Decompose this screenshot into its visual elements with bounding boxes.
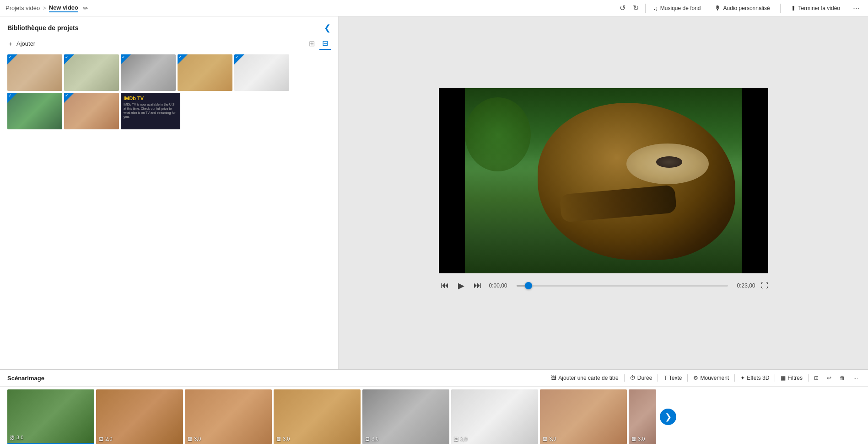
clip[interactable]: 🖼 3,0 [540, 389, 627, 444]
separator [734, 374, 735, 382]
image-icon: 🖼 [365, 436, 370, 442]
text-label: Texte [669, 375, 682, 381]
storyboard-clips: 🖼 3,0 🖼 2,0 🖼 3,0 🖼 3,0 [0, 387, 868, 447]
fast-forward-button[interactable]: ⏭ [472, 279, 484, 292]
music-button[interactable]: ♫ Musique de fond [649, 3, 704, 14]
filters-button[interactable]: ▦ Filtres [778, 373, 805, 383]
check-icon: ✓ [65, 55, 69, 59]
add-title-card-label: Ajouter une carte de titre [558, 375, 618, 381]
clip[interactable]: 🖼 3,0 [362, 389, 449, 444]
clip[interactable]: 🖼 3,0 [7, 389, 94, 444]
3d-effects-button[interactable]: ✦ Effets 3D [738, 373, 772, 383]
image-icon: 🖼 [454, 436, 458, 442]
delete-clip-button[interactable]: 🗑 [837, 373, 848, 383]
clip-more-button[interactable]: ··· [851, 373, 861, 383]
view-toggle: ⊞ ⊟ [306, 37, 331, 50]
duration-label: Durée [637, 375, 652, 381]
breadcrumb-projects[interactable]: Projets vidéo [5, 5, 40, 11]
media-thumbnail[interactable]: ✓ [7, 93, 62, 129]
clip-duration: 3,0 [638, 436, 645, 442]
list-view-button[interactable]: ⊟ [319, 37, 331, 50]
time-total: 0:23,00 [733, 282, 755, 289]
separator [808, 374, 809, 382]
music-label: Musique de fond [660, 5, 701, 11]
left-panel: Bibliothèque de projets ❮ ＋ Ajouter ⊞ ⊟ … [0, 16, 339, 369]
library-header: Bibliothèque de projets ❮ [0, 16, 338, 37]
grid-view-button[interactable]: ⊞ [306, 37, 318, 50]
video-preview-inner [439, 88, 768, 273]
3d-effects-label: Effets 3D [747, 375, 769, 381]
media-thumbnail[interactable]: IMDb TV IMDb TV is now available in the … [121, 93, 180, 129]
check-icon: ✓ [178, 55, 182, 59]
clip-duration: 3,0 [194, 436, 201, 442]
clip-duration: 3,0 [460, 436, 467, 442]
divider-2 [780, 4, 781, 13]
clip[interactable]: 🖼 3,0 [274, 389, 361, 444]
separator [775, 374, 775, 382]
motion-icon: ⚙ [693, 375, 698, 381]
image-icon: 🖼 [10, 435, 15, 440]
edit-title-icon[interactable]: ✏ [83, 5, 88, 12]
media-thumbnail[interactable]: ✓ [234, 54, 289, 91]
audio-button[interactable]: 🎙 Audio personnalisé [711, 3, 774, 14]
crop-icon: ⊡ [814, 375, 819, 381]
clip[interactable]: 🖼 3,0 [185, 389, 272, 444]
separator [687, 374, 688, 382]
add-title-card-button[interactable]: 🖼 Ajouter une carte de titre [548, 373, 621, 383]
image-icon: 🖼 [188, 436, 192, 442]
check-icon: ✓ [8, 93, 12, 98]
clip-duration: 2,0 [105, 436, 112, 442]
media-thumbnail[interactable]: ✓ [178, 54, 232, 91]
add-media-button[interactable]: ＋ Ajouter [7, 40, 35, 48]
audio-label: Audio personnalisé [723, 5, 770, 11]
crop-button[interactable]: ⊡ [811, 373, 821, 383]
duration-button[interactable]: ⏱ Durée [627, 373, 655, 383]
clip-label: 🖼 3,0 [276, 436, 290, 442]
play-button[interactable]: ▶ [456, 279, 466, 293]
seek-bar[interactable] [517, 285, 728, 287]
letterbox-right [742, 88, 768, 273]
image-icon: 🖼 [276, 436, 281, 442]
library-collapse-button[interactable]: ❮ [324, 23, 331, 33]
image-icon: 🖼 [99, 436, 103, 442]
motion-button[interactable]: ⚙ Mouvement [690, 373, 732, 383]
clip-label: 🖼 2,0 [99, 436, 112, 442]
rewind-button[interactable]: ⏮ [439, 279, 451, 292]
fullscreen-button[interactable]: ⛶ [761, 282, 768, 290]
media-thumbnail[interactable]: ✓ [7, 54, 62, 91]
seek-thumb[interactable] [525, 282, 532, 289]
clip-label: 🖼 3,0 [543, 436, 556, 442]
clip-duration: 3,0 [283, 436, 290, 442]
divider-1 [645, 4, 646, 13]
page-title: New video [49, 4, 78, 12]
redo-button[interactable]: ↻ [630, 3, 642, 13]
library-toolbar: ＋ Ajouter ⊞ ⊟ [0, 37, 338, 54]
more-options-button[interactable]: ··· [850, 2, 863, 14]
library-title: Bibliothèque de projets [7, 24, 79, 32]
text-icon: T [663, 375, 667, 381]
undo-clip-button[interactable]: ↩ [824, 373, 834, 383]
storyboard-title: Scénarimage [7, 375, 44, 382]
filters-icon: ▦ [781, 375, 786, 381]
text-button[interactable]: T Texte [661, 373, 685, 383]
media-thumbnail[interactable]: ✓ [64, 54, 119, 91]
clip-duration: 3,0 [372, 436, 378, 442]
clip[interactable]: 🖼 3,0 [451, 389, 538, 444]
finish-button[interactable]: ⬆ Terminer la vidéo [787, 3, 844, 14]
finish-label: Terminer la vidéo [798, 5, 840, 11]
media-thumbnail[interactable]: ✓ [121, 54, 176, 91]
export-icon: ⬆ [791, 5, 796, 12]
clip[interactable]: 🖼 2,0 [96, 389, 183, 444]
letterbox-left [439, 88, 465, 273]
audio-icon: 🎙 [715, 5, 721, 12]
next-clips-button[interactable]: ❯ [660, 409, 676, 425]
clip[interactable]: 🖼 3,0 [629, 389, 656, 444]
clip-label: 🖼 3,0 [10, 435, 23, 440]
media-thumbnail[interactable]: ✓ [64, 93, 119, 129]
clip-label: 🖼 3,0 [454, 436, 467, 442]
check-icon: ✓ [122, 55, 125, 59]
image-icon: 🖼 [631, 436, 636, 442]
video-preview [439, 88, 768, 273]
undo-button[interactable]: ↺ [617, 3, 628, 13]
clip-label: 🖼 3,0 [631, 436, 645, 442]
